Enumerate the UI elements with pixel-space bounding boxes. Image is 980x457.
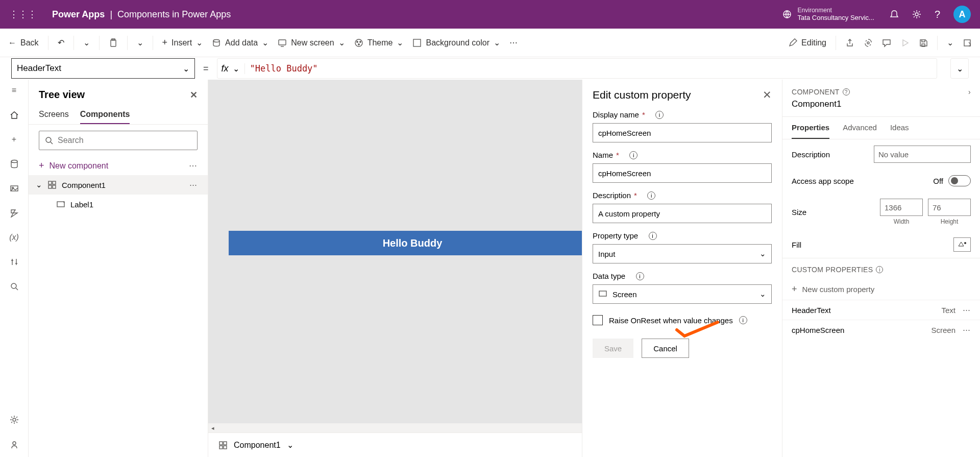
info-icon[interactable]: i	[649, 232, 657, 240]
info-icon[interactable]: i	[636, 272, 644, 280]
fill-swatch[interactable]	[953, 237, 971, 252]
comment-icon[interactable]	[882, 38, 891, 47]
tools-icon[interactable]	[9, 256, 20, 268]
paste-dropdown[interactable]: ⌄	[137, 38, 143, 47]
undo-dropdown[interactable]: ⌄	[83, 38, 90, 47]
description-input[interactable]	[593, 204, 772, 223]
expand-formula-bar[interactable]: ⌄	[950, 58, 969, 79]
variables-icon[interactable]: (x)	[9, 232, 20, 243]
environment-picker[interactable]: Environment Tata Consultancy Servic...	[798, 7, 874, 22]
tree-view-icon[interactable]	[9, 109, 20, 121]
property-selector[interactable]: ⌄	[11, 58, 195, 79]
width-input[interactable]	[880, 199, 923, 216]
tab-properties[interactable]: Properties	[792, 117, 829, 139]
info-icon[interactable]: i	[739, 316, 747, 324]
display-name-input[interactable]	[593, 123, 772, 142]
tab-screens[interactable]: Screens	[39, 106, 69, 124]
custom-prop-more[interactable]	[963, 325, 971, 334]
tree-item-more[interactable]	[189, 180, 198, 189]
breadcrumb-item[interactable]: Component1	[234, 441, 281, 450]
access-scope-toggle[interactable]	[948, 175, 971, 186]
publish-icon[interactable]	[963, 38, 972, 47]
svg-rect-26	[224, 442, 227, 445]
data-type-select[interactable]: Screen⌄	[593, 284, 772, 304]
power-automate-icon[interactable]	[9, 207, 20, 219]
chevron-down-icon[interactable]: ⌄	[36, 180, 42, 189]
bell-icon[interactable]	[890, 10, 899, 19]
custom-prop-more[interactable]	[963, 305, 971, 315]
name-input[interactable]	[593, 163, 772, 183]
tab-ideas[interactable]: Ideas	[890, 117, 909, 139]
info-icon[interactable]: i	[629, 151, 638, 159]
share-icon[interactable]	[845, 38, 854, 47]
new-custom-property-button[interactable]: +New custom property	[782, 279, 980, 300]
info-icon[interactable]: i	[655, 111, 664, 119]
data-icon[interactable]	[9, 158, 20, 170]
play-icon[interactable]	[900, 38, 910, 47]
svg-rect-21	[53, 181, 56, 184]
add-data-button[interactable]: Add data⌄	[212, 38, 268, 47]
new-screen-button[interactable]: New screen⌄	[278, 38, 345, 47]
background-color-button[interactable]: Background color⌄	[412, 38, 500, 47]
tree-search-input[interactable]	[58, 136, 192, 145]
custom-prop-cphomescreen[interactable]: cpHomeScreen Screen	[782, 320, 980, 340]
paste-button[interactable]	[109, 38, 118, 47]
canvas[interactable]: Hello Buddy	[208, 80, 582, 432]
svg-rect-5	[279, 40, 286, 45]
tab-components[interactable]: Components	[80, 106, 130, 124]
insert-icon[interactable]: +	[9, 134, 20, 145]
custom-prop-headertext[interactable]: HeaderText Text	[782, 300, 980, 320]
avatar[interactable]: A	[953, 6, 971, 23]
virtual-agent-icon[interactable]	[9, 439, 20, 450]
breadcrumb-dropdown[interactable]: ⌄	[287, 440, 293, 450]
info-icon[interactable]: ?	[843, 88, 850, 95]
file-name: Components in Power Apps	[117, 9, 231, 19]
checker-icon[interactable]	[864, 38, 873, 47]
search-rail-icon[interactable]	[9, 281, 20, 292]
fx-label: fx	[222, 63, 229, 74]
editing-button[interactable]: Editing	[788, 38, 826, 47]
name-label: Name	[593, 151, 613, 159]
prop-description-input[interactable]: No value	[874, 146, 971, 163]
prop-description-label: Description	[792, 150, 830, 159]
insert-button[interactable]: +Insert⌄	[162, 37, 203, 48]
tree-item-component1[interactable]: ⌄ Component1	[29, 175, 208, 195]
new-component-button[interactable]: +New component	[29, 156, 208, 175]
undo-button[interactable]: ↶	[58, 38, 64, 47]
new-component-more[interactable]	[189, 161, 198, 171]
svg-point-7	[356, 41, 357, 42]
info-icon[interactable]: i	[647, 191, 655, 200]
waffle-icon[interactable]: ⋮⋮⋮	[9, 9, 37, 20]
gear-icon[interactable]	[912, 10, 921, 19]
height-input[interactable]	[928, 199, 971, 216]
close-edit-panel[interactable]: ✕	[763, 89, 772, 101]
formula-input[interactable]: fx⌄ "Hello Buddy"	[217, 58, 937, 79]
tree-search[interactable]	[39, 131, 198, 150]
fx-dropdown[interactable]: ⌄	[233, 64, 239, 74]
info-icon[interactable]: i	[876, 266, 883, 273]
property-selector-input[interactable]	[17, 63, 183, 74]
expand-prop-panel[interactable]: ›	[968, 88, 971, 96]
svg-point-17	[13, 418, 16, 421]
horizontal-scrollbar[interactable]	[208, 423, 582, 432]
property-type-select[interactable]: Input⌄	[593, 244, 772, 263]
chevron-down-icon[interactable]: ⌄	[183, 64, 189, 74]
component-preview[interactable]: Hello Buddy	[229, 231, 582, 255]
tab-advanced[interactable]: Advanced	[843, 117, 877, 139]
save-dropdown[interactable]: ⌄	[947, 38, 953, 47]
media-icon[interactable]	[9, 183, 20, 194]
hamburger-icon[interactable]: ≡	[9, 85, 20, 96]
formula-value[interactable]: "Hello Buddy"	[245, 63, 318, 74]
theme-button[interactable]: Theme⌄	[354, 38, 404, 47]
tree-leaf-label1[interactable]: Label1	[29, 195, 208, 214]
help-icon[interactable]: ?	[935, 9, 940, 20]
cancel-button[interactable]: Cancel	[642, 339, 689, 358]
close-tree-icon[interactable]: ✕	[190, 89, 198, 101]
custom-prop-name: HeaderText	[792, 306, 831, 315]
settings-rail-icon[interactable]	[9, 414, 20, 425]
save-icon[interactable]	[919, 38, 928, 47]
more-button[interactable]	[509, 38, 518, 47]
back-button[interactable]: ←Back	[8, 38, 39, 47]
raise-onreset-checkbox[interactable]	[593, 315, 603, 325]
size-label: Size	[792, 208, 806, 217]
